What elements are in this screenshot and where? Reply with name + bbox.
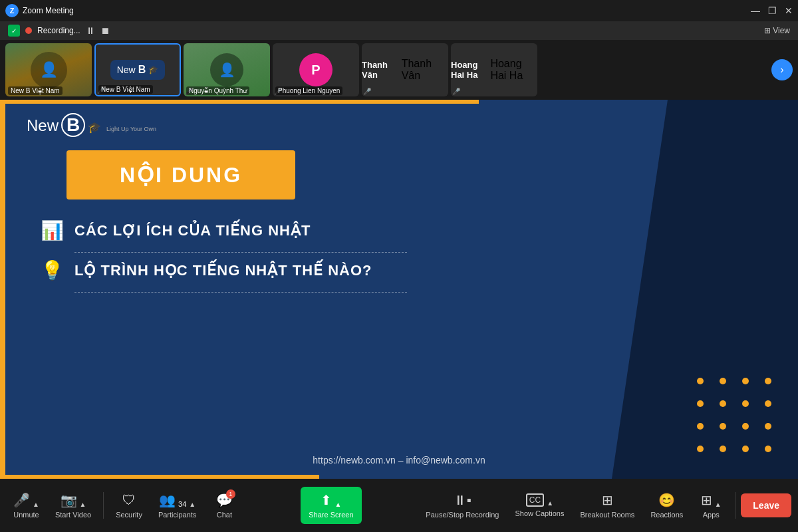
noi-dung-label: NỘI DUNG — [120, 163, 242, 187]
start-video-label: Start Video — [55, 511, 91, 519]
participant-tile[interactable]: P 🎤 Phuong Lien Nguyen — [273, 43, 359, 96]
toolbar-divider — [103, 492, 104, 519]
share-screen-icon: ⬆ — [321, 492, 332, 508]
chat-badge: 1 — [226, 489, 235, 499]
view-button[interactable]: ⊞ View — [764, 26, 790, 35]
participant-tile[interactable]: 👤 🎤 Nguyễn Quỳnh Thư — [184, 43, 270, 96]
pause-stop-label: Pause/Stop Recording — [426, 511, 499, 519]
participant-tile[interactable]: 👤 New B Việt Nam — [5, 43, 92, 96]
participant-tile[interactable]: Thanh Vân 🎤 Thanh Vân — [362, 43, 448, 96]
participants-strip: 👤 New B Việt Nam New B 🎓 🎤 New B Việt Na… — [0, 40, 798, 100]
participant-name: New B Việt Nam — [98, 85, 153, 94]
participant-name: Hoang Hai Ha — [451, 60, 490, 80]
logo-hat: 🎓 — [88, 121, 101, 134]
reactions-icon: 😊 — [658, 492, 675, 508]
logo-new: New — [27, 116, 59, 135]
dots-decoration — [697, 378, 778, 459]
recording-bar: ✓ Recording... ⏸ ⏹ ⊞ View — [0, 21, 798, 40]
participant-name: Hoang Hai Ha — [490, 58, 537, 82]
participant-name: Phuong Lien Nguyen — [275, 86, 342, 95]
apps-label: Apps — [703, 511, 720, 519]
chat-button[interactable]: 💬 1 Chat — [205, 488, 243, 523]
apps-button[interactable]: ⊞ ▲ Apps — [692, 488, 730, 523]
title-bar: Z Zoom Meeting — ❐ ✕ — [0, 0, 798, 21]
toolbar: 🎤 ▲ Unmute 📷 ▲ Start Video 🛡 Security 👥 … — [0, 479, 798, 532]
participants-count: 34 — [178, 500, 186, 508]
show-captions-button[interactable]: CC ▲ Show Captions — [508, 489, 571, 521]
breakout-label: Breakout Rooms — [580, 511, 634, 519]
toolbar-left: 🎤 ▲ Unmute 📷 ▲ Start Video 🛡 Security 👥 … — [7, 488, 243, 523]
noi-dung-box: NỘI DUNG — [66, 150, 295, 200]
share-screen-label: Share Screen — [309, 511, 353, 519]
divider-2 — [74, 292, 407, 293]
toolbar-right: ⏸▪ Pause/Stop Recording CC ▲ Show Captio… — [419, 488, 791, 523]
close-btn[interactable]: ✕ — [785, 5, 793, 16]
divider-1 — [74, 252, 407, 253]
participants-icon: 👥 — [159, 492, 176, 508]
participant-tile[interactable]: New B 🎓 🎤 New B Việt Nam — [94, 43, 181, 96]
shield-icon: ✓ — [8, 25, 20, 37]
video-icon: 📷 — [61, 492, 77, 508]
participant-name: Thanh Vân — [362, 60, 402, 80]
breakout-rooms-button[interactable]: ⊞ Breakout Rooms — [573, 488, 641, 523]
security-button[interactable]: 🛡 Security — [109, 489, 149, 523]
maximize-btn[interactable]: ❐ — [768, 5, 777, 16]
captions-icon: CC — [526, 493, 544, 507]
chart-icon: 📊 — [40, 219, 64, 241]
lightbulb-icon: 💡 — [40, 259, 64, 281]
chat-label: Chat — [217, 511, 232, 519]
pause-record-icon: ⏸▪ — [454, 493, 471, 508]
participant-name: New B Việt Nam — [8, 86, 63, 95]
apps-icon: ⊞ — [701, 492, 712, 508]
unmute-button[interactable]: 🎤 ▲ Unmute — [7, 488, 46, 523]
unmute-label: Unmute — [13, 511, 39, 519]
window-controls: — ❐ ✕ — [751, 5, 793, 16]
toolbar-divider-right — [735, 492, 735, 519]
slide-top-border — [0, 100, 479, 104]
logo-tagline: Light Up Your Own — [106, 126, 156, 132]
minimize-btn[interactable]: — — [751, 5, 760, 16]
logo-b: B — [61, 113, 85, 137]
slide-item-2-text: LỘ TRÌNH HỌC TIẾNG NHẬT THẾ NÀO? — [74, 262, 372, 279]
participants-scroll-btn[interactable]: › — [771, 59, 793, 80]
slide-logo: New B 🎓 Light Up Your Own — [27, 113, 156, 137]
recording-stop-btn[interactable]: ⏹ — [100, 25, 110, 36]
mute-icon: 🎤 — [13, 492, 30, 508]
toolbar-center: ⬆ ▲ Share Screen — [301, 487, 361, 524]
captions-label: Show Captions — [515, 509, 564, 517]
security-icon: 🛡 — [122, 493, 136, 508]
slide-website: https://newb.com.vn – info@newb.com.vn — [313, 455, 485, 466]
zoom-icon: Z — [5, 4, 19, 17]
share-screen-button[interactable]: ⬆ ▲ Share Screen — [301, 487, 361, 524]
reactions-button[interactable]: 😊 Reactions — [644, 488, 690, 523]
slide-item-1: 📊 CÁC LỢI ÍCH CỦA TIẾNG NHẬT — [40, 219, 311, 241]
recording-pause-btn[interactable]: ⏸ — [86, 25, 95, 36]
start-video-button[interactable]: 📷 ▲ Start Video — [49, 488, 98, 523]
leave-button[interactable]: Leave — [741, 493, 791, 517]
recording-dot — [25, 27, 32, 34]
presentation-area: New B 🎓 Light Up Your Own NỘI DUNG 📊 CÁC… — [0, 100, 798, 479]
title-text: Zoom Meeting — [23, 6, 74, 15]
reactions-label: Reactions — [650, 511, 683, 519]
breakout-icon: ⊞ — [602, 492, 613, 508]
slide-item-1-text: CÁC LỢI ÍCH CỦA TIẾNG NHẬT — [74, 222, 311, 239]
recording-status: Recording... — [37, 26, 80, 35]
pause-stop-recording-button[interactable]: ⏸▪ Pause/Stop Recording — [419, 489, 505, 523]
participant-name: Thanh Vân — [402, 58, 448, 82]
security-label: Security — [116, 511, 142, 519]
participants-label: Participants — [158, 511, 196, 519]
participant-name: Nguyễn Quỳnh Thư — [186, 86, 249, 95]
participant-tile[interactable]: Hoang Hai Ha 🎤 Hoang Hai Ha — [451, 43, 537, 96]
participants-button[interactable]: 👥 34 ▲ Participants — [152, 488, 203, 523]
slide-item-2: 💡 LỘ TRÌNH HỌC TIẾNG NHẬT THẾ NÀO? — [40, 259, 372, 281]
slide: New B 🎓 Light Up Your Own NỘI DUNG 📊 CÁC… — [0, 100, 798, 479]
slide-left-border — [0, 100, 5, 479]
